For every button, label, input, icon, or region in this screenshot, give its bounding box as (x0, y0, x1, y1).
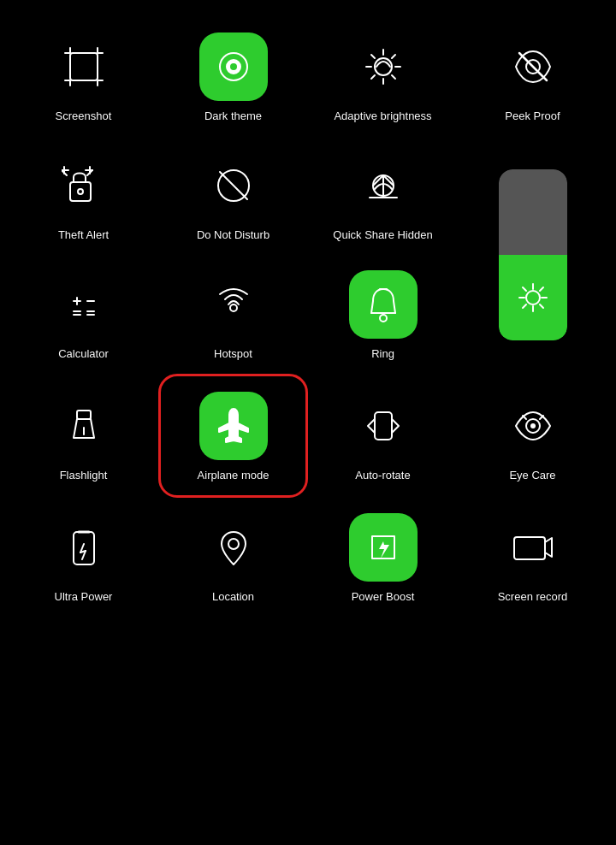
svg-point-35 (526, 291, 540, 304)
screen-record-label: Screen record (498, 590, 568, 605)
calculator-icon-wrap (50, 270, 118, 339)
screen-record-icon-wrap (499, 513, 567, 582)
brightness-bottom (499, 255, 567, 340)
tile-quick-share[interactable]: Quick Share Hidden (308, 136, 458, 255)
peek-proof-icon-wrap (499, 32, 567, 101)
tile-do-not-disturb[interactable]: Do Not Disturb (158, 136, 308, 255)
svg-rect-55 (77, 411, 91, 419)
calculator-label: Calculator (58, 347, 109, 362)
hotspot-icon-wrap (199, 270, 268, 339)
tile-location[interactable]: Location (158, 498, 308, 617)
tile-ring[interactable]: Ring (308, 255, 458, 374)
auto-rotate-icon-wrap (349, 392, 418, 460)
tile-screenshot[interactable]: Screenshot (9, 17, 158, 136)
theft-alert-icon-wrap (50, 151, 118, 220)
hotspot-label: Hotspot (214, 347, 252, 362)
screenshot-label: Screenshot (56, 109, 112, 124)
svg-rect-57 (375, 412, 392, 440)
screenshot-icon-wrap (50, 32, 118, 101)
svg-rect-0 (70, 53, 98, 80)
ultra-power-icon-wrap (50, 513, 118, 582)
tile-hotspot[interactable]: Hotspot (158, 255, 308, 374)
airplane-mode-label: Airplane mode (198, 469, 270, 483)
airplane-mode-icon-wrap (199, 392, 268, 460)
svg-line-32 (220, 172, 247, 199)
svg-line-19 (392, 55, 395, 58)
quick-settings-grid: Screenshot Dark theme (0, 0, 616, 633)
svg-line-40 (523, 287, 526, 291)
svg-point-67 (228, 539, 239, 549)
dark-theme-icon-wrap (199, 32, 268, 101)
tile-eye-care[interactable]: Eye Care (458, 374, 607, 498)
svg-line-22 (519, 53, 547, 80)
svg-point-51 (230, 304, 237, 311)
svg-line-43 (523, 304, 526, 308)
flashlight-label: Flashlight (60, 469, 108, 483)
svg-line-60 (523, 416, 526, 419)
tile-theft-alert[interactable]: Theft Alert (9, 136, 158, 255)
svg-point-53 (380, 315, 387, 322)
svg-line-20 (371, 75, 375, 79)
svg-point-30 (78, 189, 83, 194)
tile-screen-record[interactable]: Screen record (458, 498, 607, 617)
peek-proof-label: Peek Proof (505, 109, 560, 124)
tile-power-boost[interactable]: Power Boost (308, 498, 458, 617)
adaptive-brightness-icon-wrap (349, 32, 418, 101)
svg-line-61 (540, 416, 543, 419)
eye-care-icon-wrap (499, 392, 567, 460)
do-not-disturb-label: Do Not Disturb (197, 228, 270, 243)
theft-alert-label: Theft Alert (58, 228, 109, 243)
tile-adaptive-brightness[interactable]: Adaptive brightness (308, 17, 458, 136)
ring-icon-wrap (349, 270, 418, 339)
location-icon-wrap (199, 513, 268, 582)
svg-rect-68 (514, 537, 545, 559)
brightness-slider-control[interactable] (499, 169, 567, 340)
power-boost-icon-wrap (349, 513, 418, 582)
tile-dark-theme[interactable]: Dark theme (158, 17, 308, 136)
svg-rect-23 (70, 182, 91, 201)
dark-theme-label: Dark theme (204, 109, 262, 124)
location-label: Location (212, 590, 254, 605)
tile-flashlight[interactable]: Flashlight (9, 374, 158, 498)
adaptive-brightness-label: Adaptive brightness (334, 109, 431, 124)
tile-auto-rotate[interactable]: Auto-rotate (308, 374, 458, 498)
brightness-top (499, 169, 567, 255)
do-not-disturb-icon-wrap (199, 151, 268, 220)
svg-point-11 (230, 63, 237, 70)
svg-point-59 (530, 423, 536, 428)
ultra-power-label: Ultra Power (55, 590, 113, 605)
tile-peek-proof[interactable]: Peek Proof (458, 17, 607, 136)
tile-ultra-power[interactable]: Ultra Power (9, 498, 158, 617)
svg-line-18 (392, 75, 395, 79)
auto-rotate-label: Auto-rotate (355, 469, 410, 483)
tile-calculator[interactable]: Calculator (9, 255, 158, 374)
tile-brightness-slider[interactable] (458, 136, 607, 374)
svg-line-41 (540, 304, 543, 308)
quick-share-icon-wrap (349, 151, 418, 220)
svg-rect-62 (74, 532, 94, 564)
svg-line-17 (371, 55, 375, 58)
svg-line-42 (540, 287, 543, 291)
eye-care-label: Eye Care (509, 469, 555, 483)
tile-airplane-mode[interactable]: Airplane mode (158, 374, 308, 498)
quick-share-label: Quick Share Hidden (333, 228, 432, 243)
flashlight-icon-wrap (50, 392, 118, 460)
power-boost-label: Power Boost (352, 590, 415, 605)
ring-label: Ring (371, 347, 394, 362)
